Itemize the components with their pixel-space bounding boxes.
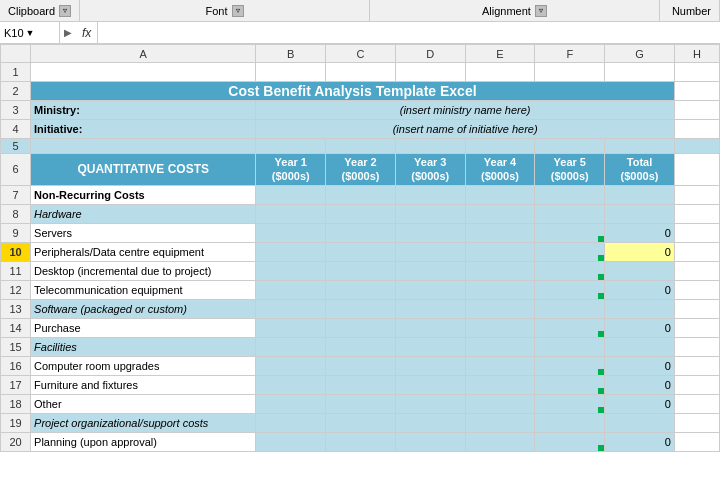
cell-H13[interactable] bbox=[674, 299, 719, 318]
cell-A17[interactable]: Furniture and fixtures bbox=[31, 375, 256, 394]
cell-A9[interactable]: Servers bbox=[31, 223, 256, 242]
cell-C16[interactable] bbox=[326, 356, 396, 375]
cell-D12[interactable] bbox=[395, 280, 465, 299]
cell-H11[interactable] bbox=[674, 261, 719, 280]
cell-reference-box[interactable]: K10 ▼ bbox=[0, 22, 60, 43]
cell-E18[interactable] bbox=[465, 394, 535, 413]
cell-F8[interactable] bbox=[535, 204, 605, 223]
cell-D10[interactable] bbox=[395, 242, 465, 261]
cell-C20[interactable] bbox=[326, 432, 396, 451]
cell-H12[interactable] bbox=[674, 280, 719, 299]
cell-C8[interactable] bbox=[326, 204, 396, 223]
col-header-G[interactable]: G bbox=[605, 45, 675, 63]
cell-E5[interactable] bbox=[465, 139, 535, 154]
cell-H5[interactable] bbox=[674, 139, 719, 154]
cell-C7[interactable] bbox=[326, 185, 396, 204]
cell-E19[interactable] bbox=[465, 413, 535, 432]
cell-B13[interactable] bbox=[256, 299, 326, 318]
cell-year4-header[interactable]: Year 4($000s) bbox=[465, 154, 535, 186]
cell-F14[interactable] bbox=[535, 318, 605, 337]
cell-D16[interactable] bbox=[395, 356, 465, 375]
cell-E9[interactable] bbox=[465, 223, 535, 242]
col-header-F[interactable]: F bbox=[535, 45, 605, 63]
cell-G16[interactable]: 0 bbox=[605, 356, 675, 375]
cell-C9[interactable] bbox=[326, 223, 396, 242]
cell-F15[interactable] bbox=[535, 337, 605, 356]
cell-H16[interactable] bbox=[674, 356, 719, 375]
cell-H7[interactable] bbox=[674, 185, 719, 204]
cell-B18[interactable] bbox=[256, 394, 326, 413]
cell-C18[interactable] bbox=[326, 394, 396, 413]
cell-F19[interactable] bbox=[535, 413, 605, 432]
cell-D19[interactable] bbox=[395, 413, 465, 432]
cell-B7[interactable] bbox=[256, 185, 326, 204]
cell-B5[interactable] bbox=[256, 139, 326, 154]
cell-year5-header[interactable]: Year 5($000s) bbox=[535, 154, 605, 186]
cell-A16[interactable]: Computer room upgrades bbox=[31, 356, 256, 375]
cell-G7[interactable] bbox=[605, 185, 675, 204]
cell-D17[interactable] bbox=[395, 375, 465, 394]
cell-A20[interactable]: Planning (upon approval) bbox=[31, 432, 256, 451]
formula-input[interactable] bbox=[98, 22, 720, 43]
cell-G18[interactable]: 0 bbox=[605, 394, 675, 413]
cell-D14[interactable] bbox=[395, 318, 465, 337]
alignment-expand-btn[interactable]: ▿ bbox=[535, 5, 547, 17]
col-header-C[interactable]: C bbox=[326, 45, 396, 63]
cell-F9[interactable] bbox=[535, 223, 605, 242]
dropdown-arrow-icon[interactable]: ▼ bbox=[26, 28, 35, 38]
cell-E15[interactable] bbox=[465, 337, 535, 356]
cell-B12[interactable] bbox=[256, 280, 326, 299]
cell-H3[interactable] bbox=[674, 101, 719, 120]
cell-B17[interactable] bbox=[256, 375, 326, 394]
cell-F17[interactable] bbox=[535, 375, 605, 394]
cell-E8[interactable] bbox=[465, 204, 535, 223]
cell-ministry-label[interactable]: Ministry: bbox=[31, 101, 256, 120]
cell-D9[interactable] bbox=[395, 223, 465, 242]
cell-D5[interactable] bbox=[395, 139, 465, 154]
cell-G13[interactable] bbox=[605, 299, 675, 318]
cell-A14[interactable]: Purchase bbox=[31, 318, 256, 337]
cell-C19[interactable] bbox=[326, 413, 396, 432]
title-cell[interactable]: Cost Benefit Analysis Template Excel bbox=[31, 82, 675, 101]
cell-H18[interactable] bbox=[674, 394, 719, 413]
cell-B20[interactable] bbox=[256, 432, 326, 451]
cell-H20[interactable] bbox=[674, 432, 719, 451]
cell-G5[interactable] bbox=[605, 139, 675, 154]
cell-F1[interactable] bbox=[535, 63, 605, 82]
cell-E20[interactable] bbox=[465, 432, 535, 451]
cell-C13[interactable] bbox=[326, 299, 396, 318]
cell-G15[interactable] bbox=[605, 337, 675, 356]
cell-D20[interactable] bbox=[395, 432, 465, 451]
cell-H4[interactable] bbox=[674, 120, 719, 139]
cell-F7[interactable] bbox=[535, 185, 605, 204]
cell-B10[interactable] bbox=[256, 242, 326, 261]
col-header-D[interactable]: D bbox=[395, 45, 465, 63]
cell-A11[interactable]: Desktop (incremental due to project) bbox=[31, 261, 256, 280]
cell-G9[interactable]: 0 bbox=[605, 223, 675, 242]
cell-C11[interactable] bbox=[326, 261, 396, 280]
cell-A1[interactable] bbox=[31, 63, 256, 82]
cell-B9[interactable] bbox=[256, 223, 326, 242]
cell-B19[interactable] bbox=[256, 413, 326, 432]
cell-H6[interactable] bbox=[674, 154, 719, 186]
cell-C1[interactable] bbox=[326, 63, 396, 82]
cell-A7[interactable]: Non-Recurring Costs bbox=[31, 185, 256, 204]
cell-B1[interactable] bbox=[256, 63, 326, 82]
cell-total-header[interactable]: Total($000s) bbox=[605, 154, 675, 186]
cell-C17[interactable] bbox=[326, 375, 396, 394]
col-header-E[interactable]: E bbox=[465, 45, 535, 63]
cell-A8[interactable]: Hardware bbox=[31, 204, 256, 223]
cell-D8[interactable] bbox=[395, 204, 465, 223]
cell-E17[interactable] bbox=[465, 375, 535, 394]
cell-A10[interactable]: Peripherals/Data centre equipment bbox=[31, 242, 256, 261]
col-header-A[interactable]: A bbox=[31, 45, 256, 63]
cell-H8[interactable] bbox=[674, 204, 719, 223]
cell-A12[interactable]: Telecommunication equipment bbox=[31, 280, 256, 299]
cell-H1[interactable] bbox=[674, 63, 719, 82]
cell-G1[interactable] bbox=[605, 63, 675, 82]
cell-ministry-value[interactable]: (insert ministry name here) bbox=[256, 101, 675, 120]
cell-H19[interactable] bbox=[674, 413, 719, 432]
cell-B11[interactable] bbox=[256, 261, 326, 280]
cell-A18[interactable]: Other bbox=[31, 394, 256, 413]
cell-D15[interactable] bbox=[395, 337, 465, 356]
